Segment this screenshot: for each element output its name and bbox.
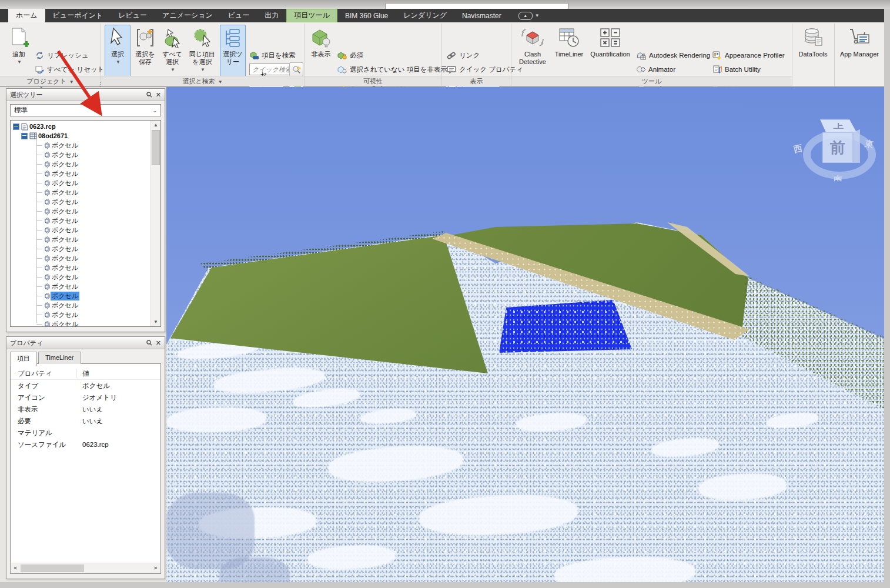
close-icon[interactable]: ✕ (156, 339, 161, 347)
collapse-icon[interactable] (13, 123, 19, 130)
ribbon-tab[interactable]: 出力 (257, 9, 286, 22)
voxel-cube-icon (44, 320, 51, 327)
ribbon-tab[interactable]: BIM 360 Glue (337, 9, 396, 22)
datatools-button[interactable]: DataTools (795, 25, 831, 83)
app-manager-button[interactable]: App Manager (836, 25, 883, 83)
selection-tree-list[interactable]: 0623.rcp 08od2671 (10, 120, 161, 327)
viewcube-west-label[interactable]: 西 (792, 143, 804, 156)
tree-item-voxel[interactable]: ボクセル (13, 282, 160, 291)
tree-item-root[interactable]: 0623.rcp (13, 122, 160, 131)
hide-unselected-button[interactable]: 選択されていない 項目を非表示 (337, 64, 447, 75)
ribbon-tab[interactable]: ビューポイント (45, 9, 111, 22)
tree-item-voxel[interactable]: ボクセル (13, 253, 160, 263)
quantification-button[interactable]: Quantification (587, 25, 634, 83)
refresh-button[interactable]: リフレッシュ (35, 49, 89, 61)
chevron-down-icon: ⌄ (152, 108, 157, 113)
tree-item-voxel[interactable]: ボクセル (13, 263, 160, 272)
find-items-button[interactable]: 項目を検索 (249, 49, 296, 61)
group-label-selection-search[interactable]: 選択と検索 ▼ (101, 76, 304, 86)
select-same-button[interactable]: 同じ項目を選択 ▼ (187, 25, 218, 83)
select-button[interactable]: 選択 ▼ (105, 25, 131, 83)
ribbon-tab[interactable]: レンダリング (396, 9, 454, 22)
tree-connector (36, 173, 42, 174)
selection-tree-titlebar[interactable]: 選択ツリー ✕ (6, 89, 165, 101)
properties-horizontal-scrollbar[interactable]: < > (11, 563, 160, 573)
tree-item-voxel[interactable]: ボクセル (13, 272, 160, 282)
group-label-tools[interactable]: ツール (511, 76, 792, 86)
tree-item-voxel[interactable]: ボクセル (13, 310, 160, 319)
link-button[interactable]: リンク (447, 49, 480, 61)
tree-item-voxel[interactable]: ボクセル (13, 197, 160, 206)
group-label-project[interactable]: プロジェクト ▼ (0, 76, 101, 86)
viewcube-front-face[interactable]: 前 (822, 132, 853, 163)
ribbon-minimize-icon: ▲ (518, 12, 533, 20)
ribbon-tab[interactable]: アニメーション (155, 9, 220, 22)
group-label-visibility[interactable]: 可視性 (305, 76, 441, 86)
quick-find-button[interactable] (289, 62, 303, 76)
properties-titlebar[interactable]: プロパティ ✕ (6, 337, 165, 349)
batch-utility-button[interactable]: Batch Utility (712, 64, 761, 75)
tree-item-voxel[interactable]: ボクセル (13, 178, 160, 188)
selection-tree-panel: 選択ツリー ✕ 標準 ⌄ 0623.rcp 08o (6, 88, 165, 332)
timeliner-button[interactable]: TimeLiner (553, 25, 585, 83)
hide-button[interactable]: 非表示 (308, 25, 334, 83)
scroll-left-icon[interactable]: < (11, 565, 20, 571)
select-pointer-icon (109, 27, 126, 48)
animator-button[interactable]: Animator (636, 64, 675, 75)
tree-connector (36, 315, 42, 315)
tree-item-node[interactable]: 08od2671 (13, 131, 160, 141)
tree-vertical-scrollbar[interactable]: ▲ ▼ (150, 121, 160, 326)
ribbon-tab[interactable]: ビュー (220, 9, 257, 22)
window-titlebar (0, 0, 890, 9)
ribbon-tab[interactable]: レビュー (111, 9, 155, 22)
add-button[interactable]: 追加 ▼ (5, 25, 33, 83)
app-manager-cart-icon (848, 27, 871, 48)
autodesk-rendering-button[interactable]: Autodesk Rendering (636, 49, 710, 61)
property-row: アイコン ジオメトリ (11, 392, 160, 403)
viewcube-top-face[interactable]: 上 (820, 119, 856, 132)
scroll-down-icon[interactable]: ▼ (151, 318, 160, 326)
group-label-display[interactable]: 表示 (442, 76, 511, 86)
pin-icon[interactable] (146, 340, 152, 346)
tree-item-voxel[interactable]: ボクセル (13, 188, 160, 197)
selection-tree-button[interactable]: 選択ツリー (220, 25, 246, 83)
tree-preset-dropdown[interactable]: 標準 ⌄ (10, 104, 161, 116)
dropdown-caret-icon: ▼ (218, 79, 223, 85)
save-selection-button[interactable]: 選択を保存 (133, 25, 158, 83)
tree-item-voxel[interactable]: ボクセル (13, 319, 160, 327)
tree-item-voxel[interactable]: ボクセル (13, 159, 160, 169)
ribbon-display-toggle[interactable]: ▲ ▼ (518, 9, 540, 22)
tree-item-voxel[interactable]: ボクセル (13, 300, 160, 310)
require-button[interactable]: 必須 (337, 49, 363, 61)
tree-item-voxel[interactable]: ボクセル (13, 235, 160, 244)
tree-item-voxel[interactable]: ボクセル (13, 150, 160, 159)
tree-item-voxel[interactable]: ボクセル (13, 206, 160, 216)
scrollbar-thumb[interactable] (152, 130, 160, 165)
scrollbar-thumb[interactable] (21, 564, 84, 572)
scroll-right-icon[interactable]: > (151, 565, 160, 571)
tree-item-voxel[interactable]: ボクセル (13, 244, 160, 253)
ribbon-tab[interactable]: 項目ツール (286, 9, 337, 22)
tree-item-voxel[interactable]: ボクセル (13, 291, 160, 300)
close-icon[interactable]: ✕ (156, 91, 161, 99)
viewport-3d[interactable]: 上 前 西 東 南 (166, 87, 884, 582)
reset-all-button[interactable]: すべてを リセット ▼ (35, 64, 113, 75)
tree-item-voxel[interactable]: ボクセル (13, 141, 160, 150)
tree-item-voxel[interactable]: ボクセル (13, 216, 160, 225)
appearance-profiler-button[interactable]: Appearance Profiler (712, 49, 785, 61)
collapse-icon[interactable] (21, 133, 28, 139)
tab-timeliner[interactable]: TimeLiner (38, 352, 81, 364)
pin-icon[interactable] (146, 92, 152, 98)
scroll-up-icon[interactable]: ▲ (151, 121, 160, 129)
viewcube-south-label[interactable]: 南 (834, 174, 842, 182)
viewcube-side-face[interactable] (853, 129, 860, 163)
tree-item-voxel[interactable]: ボクセル (13, 169, 160, 178)
clash-detective-button[interactable]: Clash Detective (515, 25, 550, 83)
tab-item[interactable]: 項目 (10, 352, 37, 366)
link-icon (447, 51, 456, 60)
ribbon-tab[interactable]: Navismaster (454, 9, 509, 22)
select-all-button[interactable]: すべて選択 ▼ (160, 25, 185, 83)
quick-properties-button[interactable]: クイック プロパティ (447, 64, 523, 75)
tree-item-voxel[interactable]: ボクセル (13, 225, 160, 235)
ribbon-tab[interactable]: ホーム (8, 9, 45, 22)
